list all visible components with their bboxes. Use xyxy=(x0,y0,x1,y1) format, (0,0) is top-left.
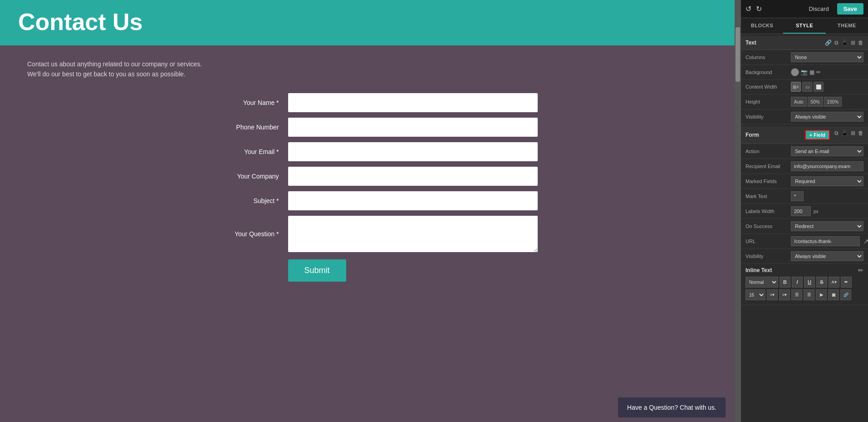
url-external-icon[interactable]: ↗ xyxy=(863,238,868,245)
mark-text-label: Mark Text xyxy=(745,194,791,199)
recipient-value xyxy=(791,161,863,171)
marked-fields-select[interactable]: Required Optional None xyxy=(791,176,863,186)
inline-text-section: Inline Text ✏ Normal H1 H2 H3 B I U S A▾… xyxy=(741,264,868,305)
label-email: Your Email * xyxy=(197,148,288,155)
url-input[interactable] xyxy=(791,236,860,246)
action-value: Send an E-mail Redirect JavaScript xyxy=(791,146,863,156)
content-width-btn-box[interactable]: ▭ xyxy=(802,82,812,92)
italic-button[interactable]: I xyxy=(792,277,803,288)
inline-text-header: Inline Text ✏ xyxy=(745,267,863,274)
label-company: Your Company xyxy=(197,173,288,180)
content-width-btn-default[interactable]: ⊞+ xyxy=(791,82,801,92)
scrollbar-thumb[interactable] xyxy=(736,27,740,82)
labels-width-input[interactable] xyxy=(791,206,811,216)
form-visibility-select[interactable]: Always visible Hidden on mobile Hidden o… xyxy=(791,251,863,261)
form-row-question: Your Question * xyxy=(197,216,538,252)
content-width-btn-wide[interactable]: ⬜ xyxy=(814,82,824,92)
delete-icon[interactable]: 🗑 xyxy=(858,40,863,46)
bold-button[interactable]: B xyxy=(780,277,790,288)
form-delete-icon[interactable]: 🗑 xyxy=(858,130,863,140)
text-visibility-row: Visibility Always visible Hidden on mobi… xyxy=(741,109,868,124)
input-question[interactable] xyxy=(288,216,538,252)
contact-form: Your Name * Phone Number Your Email * Yo… xyxy=(197,93,538,282)
columns-select[interactable]: None 2 3 xyxy=(791,52,863,62)
mobile-icon[interactable]: 📱 xyxy=(841,40,848,46)
mark-text-row: Mark Text xyxy=(741,189,868,204)
highlight-button[interactable]: ✏ xyxy=(841,277,852,288)
panel-tabs: BLOCKS STYLE THEME xyxy=(741,18,868,34)
align-select[interactable]: ≡▾ xyxy=(767,289,778,300)
action-label: Action xyxy=(745,149,791,154)
recipient-row: Recipient Email xyxy=(741,159,868,174)
form-clone-icon[interactable]: ⊞ xyxy=(851,130,855,140)
panel-content: Text 🔗 ⧉ 📱 ⊞ 🗑 Columns None 2 3 Backg xyxy=(741,34,868,422)
input-company[interactable] xyxy=(288,167,538,186)
action-select[interactable]: Send an E-mail Redirect JavaScript xyxy=(791,146,863,156)
text-section-header: Text 🔗 ⧉ 📱 ⊞ 🗑 xyxy=(741,36,868,50)
height-100-btn[interactable]: 100% xyxy=(824,97,842,107)
height-value: Auto 50% 100% xyxy=(791,97,863,107)
marked-fields-label: Marked Fields xyxy=(745,179,791,184)
copy-icon[interactable]: ⧉ xyxy=(834,40,839,46)
align-left-button[interactable]: ≡▾ xyxy=(779,289,790,300)
form-row-subject: Subject * xyxy=(197,191,538,210)
marked-fields-row: Marked Fields Required Optional None xyxy=(741,174,868,189)
top-toolbar: ↺ ↻ Discard Save xyxy=(741,0,868,18)
url-value: ↗ xyxy=(791,236,868,246)
font-size-select[interactable]: 16 12 14 18 24 32 xyxy=(745,289,765,300)
link-button[interactable]: 🔗 xyxy=(840,289,851,300)
text-visibility-label: Visibility xyxy=(745,114,791,119)
underline-button[interactable]: U xyxy=(804,277,815,288)
save-button[interactable]: Save xyxy=(837,3,863,15)
on-success-label: On Success xyxy=(745,223,791,229)
input-phone[interactable] xyxy=(288,118,538,137)
label-name: Your Name * xyxy=(197,99,288,106)
label-question: Your Question * xyxy=(197,230,288,238)
text-format-select[interactable]: Normal H1 H2 H3 xyxy=(745,277,778,288)
link-icon[interactable]: 🔗 xyxy=(825,40,832,46)
mark-text-value xyxy=(791,191,863,201)
form-visibility-value: Always visible Hidden on mobile Hidden o… xyxy=(791,251,863,261)
input-subject[interactable] xyxy=(288,191,538,210)
tab-blocks[interactable]: BLOCKS xyxy=(741,18,783,34)
bg-grid-icon[interactable]: ▦ xyxy=(809,69,814,75)
height-auto-btn[interactable]: Auto xyxy=(791,97,807,107)
scrollbar[interactable] xyxy=(735,0,741,422)
tab-style[interactable]: STYLE xyxy=(783,18,825,34)
redo-icon[interactable]: ↻ xyxy=(756,5,762,13)
submit-button[interactable]: Submit xyxy=(288,259,346,282)
recipient-input[interactable] xyxy=(791,161,863,171)
input-email[interactable] xyxy=(288,142,538,161)
strikethrough-button[interactable]: S xyxy=(816,277,827,288)
recipient-label: Recipient Email xyxy=(745,164,791,169)
mark-text-input[interactable] xyxy=(791,191,804,201)
tab-theme[interactable]: THEME xyxy=(826,18,868,34)
bg-edit-icon[interactable]: ✏ xyxy=(816,69,821,75)
clone-icon[interactable]: ⊞ xyxy=(851,40,855,46)
ordered-list-button[interactable]: ☰ xyxy=(791,289,802,300)
form-copy-icon[interactable]: ⧉ xyxy=(834,130,839,140)
form-section-header: Form + Field ⧉ 📱 ⊞ 🗑 xyxy=(741,126,868,144)
bg-image-icon[interactable]: 📷 xyxy=(801,69,808,75)
discard-button[interactable]: Discard xyxy=(805,4,833,14)
on-success-select[interactable]: Redirect Show Message None xyxy=(791,221,863,231)
form-mobile-icon[interactable]: 📱 xyxy=(841,130,848,140)
form-section-title: Form xyxy=(745,132,805,138)
height-50-btn[interactable]: 50% xyxy=(808,97,823,107)
media-button[interactable]: ▣ xyxy=(828,289,839,300)
play-button[interactable]: ▶ xyxy=(816,289,827,300)
chat-bubble[interactable]: Have a Question? Chat with us. xyxy=(618,397,726,417)
on-success-row: On Success Redirect Show Message None xyxy=(741,219,868,234)
text-color-button[interactable]: A▾ xyxy=(829,277,839,288)
inline-text-edit-icon[interactable]: ✏ xyxy=(858,267,863,274)
input-name[interactable] xyxy=(288,93,538,112)
labels-width-unit: px xyxy=(814,209,819,214)
text-visibility-select[interactable]: Always visible Hidden on mobile Hidden o… xyxy=(791,112,863,122)
unordered-list-button[interactable]: ☰ xyxy=(804,289,814,300)
add-field-button[interactable]: + Field xyxy=(805,130,830,140)
content-width-value: ⊞+ ▭ ⬜ xyxy=(791,82,863,92)
background-row: Background 📷 ▦ ✏ xyxy=(741,65,868,79)
labels-width-row: Labels Width px xyxy=(741,204,868,219)
undo-icon[interactable]: ↺ xyxy=(745,5,751,13)
background-color-swatch[interactable] xyxy=(791,68,799,76)
